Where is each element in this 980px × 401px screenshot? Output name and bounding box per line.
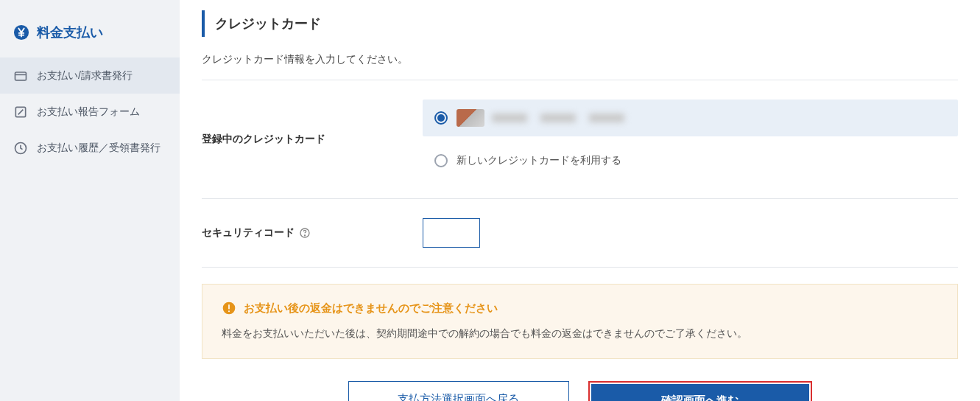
sidebar-title: 料金支払い bbox=[0, 15, 180, 57]
button-row: 支払方法選択画面へ戻る 確認画面へ進む bbox=[202, 381, 958, 401]
radio-checked-icon bbox=[434, 111, 448, 125]
radio-unchecked-icon bbox=[434, 154, 448, 167]
warning-title-text: お支払い後の返金はできませんのでご注意ください bbox=[244, 301, 498, 315]
card-icon bbox=[13, 69, 28, 83]
radio-existing-card[interactable] bbox=[423, 100, 958, 136]
next-button[interactable]: 確認画面へ進む bbox=[591, 384, 809, 401]
sidebar-title-label: 料金支払い bbox=[37, 24, 103, 41]
svg-point-9 bbox=[228, 310, 230, 312]
main-content: クレジットカード クレジットカード情報を入力してください。 登録中のクレジットカ… bbox=[180, 0, 980, 401]
next-button-highlight: 確認画面へ進む bbox=[588, 381, 812, 401]
security-code-label: セキュリティコード bbox=[202, 226, 423, 240]
clock-icon bbox=[13, 141, 28, 156]
sidebar-item-payment-report[interactable]: お支払い報告フォーム bbox=[0, 94, 180, 130]
security-code-input[interactable] bbox=[423, 218, 480, 248]
radio-new-card[interactable]: 新しいクレジットカードを利用する bbox=[423, 142, 958, 179]
warning-icon bbox=[222, 301, 236, 315]
card-brand-thumbnail bbox=[456, 109, 484, 127]
sidebar: 料金支払い お支払い/請求書発行 お支払い報告フォーム お支払い履歴／受領書発行 bbox=[0, 0, 180, 401]
section-instruction: クレジットカード情報を入力してください。 bbox=[202, 53, 958, 66]
svg-rect-8 bbox=[228, 304, 230, 310]
yen-circle-icon bbox=[13, 24, 29, 41]
back-button[interactable]: 支払方法選択画面へ戻る bbox=[348, 381, 569, 401]
sidebar-item-label: お支払い/請求書発行 bbox=[37, 68, 133, 83]
sidebar-item-label: お支払い報告フォーム bbox=[37, 104, 140, 119]
svg-rect-1 bbox=[15, 72, 27, 80]
sidebar-item-label: お支払い履歴／受領書発行 bbox=[37, 140, 161, 156]
refund-warning-box: お支払い後の返金はできませんのでご注意ください 料金をお支払いいただいた後は、契… bbox=[202, 284, 958, 359]
form-icon bbox=[13, 105, 28, 119]
form-block-security: セキュリティコード bbox=[202, 198, 958, 268]
section-title: クレジットカード bbox=[202, 10, 958, 37]
sidebar-item-payment-invoice[interactable]: お支払い/請求書発行 bbox=[0, 57, 180, 94]
warning-title: お支払い後の返金はできませんのでご注意ください bbox=[222, 301, 938, 315]
card-masked-number bbox=[492, 114, 624, 122]
registered-card-label: 登録中のクレジットカード bbox=[202, 133, 423, 146]
warning-text: 料金をお支払いいただいた後は、契約期間途中での解約の場合でも料金の返金はできませ… bbox=[222, 326, 938, 342]
help-icon[interactable] bbox=[299, 227, 311, 239]
radio-new-card-label: 新しいクレジットカードを利用する bbox=[456, 154, 621, 167]
sidebar-item-payment-history[interactable]: お支払い履歴／受領書発行 bbox=[0, 130, 180, 166]
svg-point-6 bbox=[304, 235, 305, 236]
form-block-card: 登録中のクレジットカード 新しいクレジットカードを利用する bbox=[202, 80, 958, 198]
